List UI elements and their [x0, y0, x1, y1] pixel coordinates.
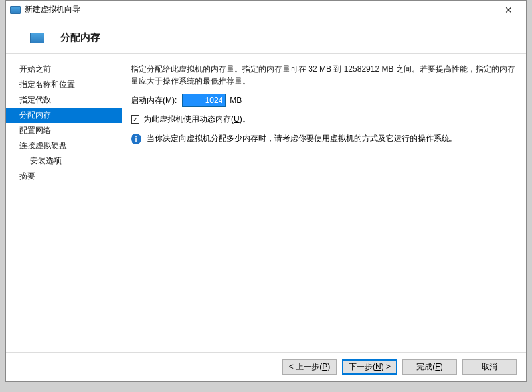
info-row: i 当你决定向虚拟机分配多少内存时，请考虑你要使用虚拟机的方式及它运行的操作系统…	[131, 133, 515, 144]
close-button[interactable]: ✕	[495, 2, 522, 18]
wizard-window: 新建虚拟机向导 ✕ 分配内存 开始之前 指定名称和位置 指定代数 分配内存 配置…	[5, 0, 527, 382]
check-icon: ✓	[133, 116, 138, 123]
wizard-footer: < 上一步(P) 下一步(N) > 完成(F) 取消	[6, 352, 526, 381]
startup-memory-input[interactable]	[182, 94, 226, 107]
sidebar-item-label: 指定名称和位置	[19, 80, 75, 89]
dynamic-memory-row: ✓ 为此虚拟机使用动态内存(U)。	[131, 114, 515, 125]
wizard-header: 分配内存	[6, 19, 526, 54]
sidebar-item-configure-network[interactable]: 配置网络	[6, 123, 122, 138]
previous-button[interactable]: < 上一步(P)	[282, 359, 337, 375]
sidebar-item-label: 开始之前	[19, 64, 51, 74]
wizard-body: 开始之前 指定名称和位置 指定代数 分配内存 配置网络 连接虚拟硬盘 安装选项 …	[6, 54, 526, 352]
sidebar-item-label: 配置网络	[19, 126, 51, 135]
main-panel: 指定分配给此虚拟机的内存量。指定的内存量可在 32 MB 到 12582912 …	[122, 54, 526, 352]
sidebar-item-before-begin[interactable]: 开始之前	[6, 62, 122, 77]
memory-unit: MB	[230, 96, 242, 105]
app-icon	[10, 6, 21, 14]
description-text: 指定分配给此虚拟机的内存量。指定的内存量可在 32 MB 到 12582912 …	[131, 63, 515, 87]
sidebar-item-assign-memory[interactable]: 分配内存	[6, 108, 122, 123]
sidebar-item-generation[interactable]: 指定代数	[6, 92, 122, 108]
memory-label: 启动内存(M):	[131, 95, 177, 106]
sidebar-item-label: 连接虚拟硬盘	[19, 141, 67, 150]
info-text: 当你决定向虚拟机分配多少内存时，请考虑你要使用虚拟机的方式及它运行的操作系统。	[147, 133, 458, 144]
memory-row: 启动内存(M): MB	[131, 94, 515, 107]
next-button[interactable]: 下一步(N) >	[342, 359, 397, 375]
titlebar: 新建虚拟机向导 ✕	[6, 1, 526, 19]
info-icon: i	[131, 134, 141, 144]
sidebar: 开始之前 指定名称和位置 指定代数 分配内存 配置网络 连接虚拟硬盘 安装选项 …	[6, 54, 122, 352]
dynamic-memory-checkbox[interactable]: ✓	[131, 115, 139, 124]
finish-button[interactable]: 完成(F)	[402, 359, 457, 375]
sidebar-item-install-options[interactable]: 安装选项	[6, 153, 122, 169]
window-title: 新建虚拟机向导	[25, 4, 495, 15]
sidebar-item-summary[interactable]: 摘要	[6, 169, 122, 184]
sidebar-item-name-location[interactable]: 指定名称和位置	[6, 77, 122, 92]
cancel-button[interactable]: 取消	[462, 359, 517, 375]
sidebar-item-connect-vhd[interactable]: 连接虚拟硬盘	[6, 138, 122, 153]
sidebar-item-label: 摘要	[19, 171, 35, 181]
sidebar-item-label: 分配内存	[19, 110, 51, 120]
monitor-icon	[30, 33, 44, 43]
close-icon: ✕	[505, 5, 513, 15]
dynamic-memory-label: 为此虚拟机使用动态内存(U)。	[143, 114, 250, 125]
sidebar-item-label: 指定代数	[19, 95, 51, 104]
page-title: 分配内存	[60, 31, 100, 44]
sidebar-item-label: 安装选项	[30, 156, 62, 165]
